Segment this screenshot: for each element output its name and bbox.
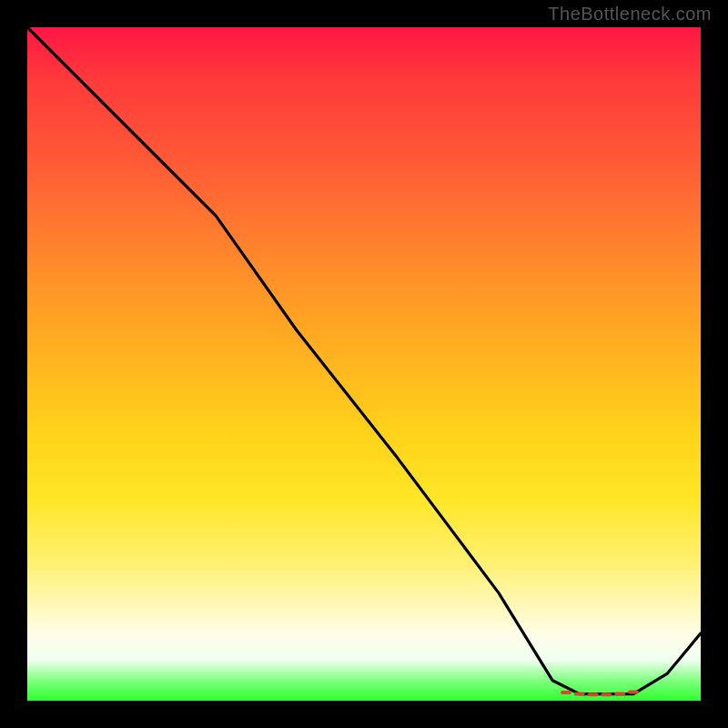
optimal-marker (588, 693, 599, 696)
curve-layer (27, 27, 701, 701)
optimal-marker (561, 691, 571, 694)
plot-area (27, 27, 701, 701)
optimal-marker (628, 690, 639, 693)
watermark-text: TheBottleneck.com (548, 4, 712, 25)
optimal-marker (614, 693, 625, 696)
optimal-marker (601, 693, 612, 696)
chart-stage: TheBottleneck.com (0, 0, 728, 728)
bottleneck-curve (27, 27, 701, 694)
optimal-marker (574, 693, 585, 696)
